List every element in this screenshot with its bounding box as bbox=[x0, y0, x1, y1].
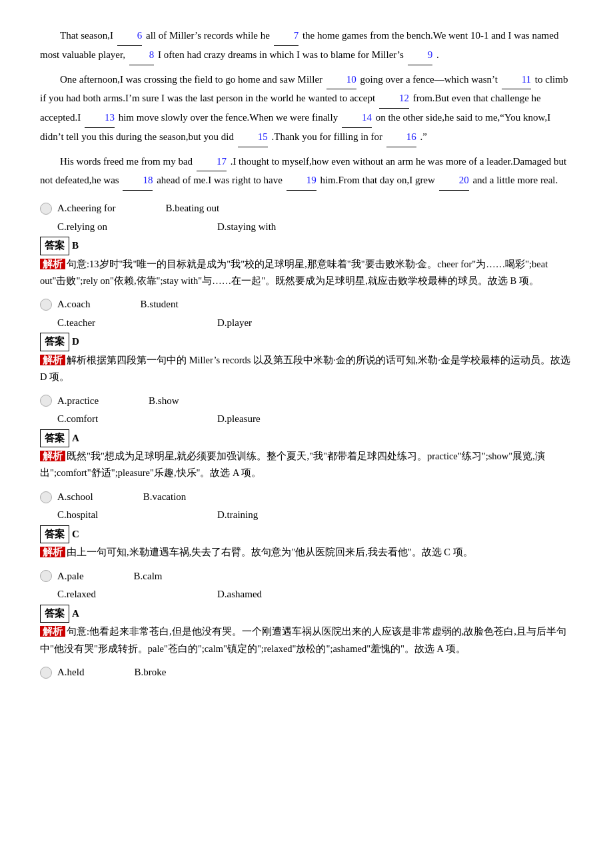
question-2-optC: C.teacher bbox=[57, 315, 177, 332]
blank-16: 16 bbox=[386, 128, 416, 147]
question-5-options: A.pale B.calm bbox=[57, 568, 162, 585]
question-6-block: A.held B.broke bbox=[40, 664, 573, 681]
question-4-block: A.school B.vacation C.hospital D.trainin… bbox=[40, 489, 573, 561]
blank-6: 6 bbox=[117, 27, 143, 46]
blank-20: 20 bbox=[439, 171, 469, 191]
passage-p3: His words freed me from my bad 17 .I tho… bbox=[40, 153, 573, 191]
blank-9: 9 bbox=[408, 46, 433, 65]
question-1-optD: D.staying with bbox=[217, 219, 337, 236]
question-5-optD: D.ashamed bbox=[217, 586, 337, 603]
question-5-block: A.pale B.calm C.relaxed D.ashamed 答案 A 解… bbox=[40, 568, 573, 657]
blank-11: 11 bbox=[502, 71, 531, 90]
answer-value-4: C bbox=[72, 526, 79, 543]
question-1-circle bbox=[40, 203, 52, 215]
passage-p1: That season,I 6 all of Miller’s records … bbox=[40, 27, 573, 65]
blank-13: 13 bbox=[85, 109, 115, 128]
question-6-options: A.held B.broke bbox=[57, 664, 166, 681]
question-2-options: A.coach B.student bbox=[57, 296, 179, 313]
answer-label-1: 答案 bbox=[40, 237, 69, 255]
answer-label-5: 答案 bbox=[40, 605, 69, 623]
blank-12: 12 bbox=[379, 89, 409, 109]
blank-10: 10 bbox=[326, 71, 356, 90]
blank-18: 18 bbox=[123, 171, 153, 191]
answer-value-1: B bbox=[72, 237, 79, 255]
answer-value-2: D bbox=[72, 333, 79, 351]
question-3-block: A.practice B.show C.comfort D.pleasure 答… bbox=[40, 393, 573, 482]
question-6-circle bbox=[40, 667, 52, 679]
question-4-options: A.school B.vacation bbox=[57, 489, 186, 506]
jiexi-2: 解析解析根据第四段第一句中的 Miller’s records 以及第五段中米勒… bbox=[40, 352, 573, 386]
question-5-circle bbox=[40, 570, 52, 582]
blank-19: 19 bbox=[287, 171, 316, 191]
question-2-block: A.coach B.student C.teacher D.player 答案 … bbox=[40, 296, 573, 385]
blank-15: 15 bbox=[238, 128, 268, 147]
answer-label-4: 答案 bbox=[40, 525, 69, 544]
blank-7: 7 bbox=[274, 27, 299, 46]
question-3-optC: C.comfort bbox=[57, 411, 177, 428]
question-2-circle bbox=[40, 299, 52, 311]
answer-value-5: A bbox=[72, 605, 79, 623]
jiexi-1: 解析句意:13岁时"我"唯一的目标就是成为"我"校的足球明星,那意味着"我"要击… bbox=[40, 256, 573, 290]
question-5-optC: C.relaxed bbox=[57, 586, 177, 603]
answer-label-3: 答案 bbox=[40, 429, 69, 448]
answer-value-3: A bbox=[72, 430, 79, 447]
question-2-optD: D.player bbox=[217, 315, 337, 332]
passage-p2: One afternoon,I was crossing the field t… bbox=[40, 71, 573, 147]
question-4-circle bbox=[40, 491, 52, 503]
blank-8: 8 bbox=[129, 46, 155, 65]
blank-17: 17 bbox=[197, 153, 227, 172]
jiexi-3: 解析既然"我"想成为足球明星,就必须要加强训练。整个夏天,"我"都带着足球四处练… bbox=[40, 448, 573, 482]
question-3-circle bbox=[40, 395, 52, 407]
question-3-optD: D.pleasure bbox=[217, 411, 337, 428]
question-1-optC: C.relying on bbox=[57, 219, 177, 236]
jiexi-4: 解析由上一句可知,米勒遭遇车祸,失去了右臂。故句意为"他从医院回来后,我去看他"… bbox=[40, 544, 573, 561]
answer-label-2: 答案 bbox=[40, 333, 69, 351]
jiexi-5: 解析句意:他看起来非常苍白,但是他没有哭。一个刚遭遇车祸从医院出来的人应该是非常… bbox=[40, 623, 573, 657]
question-4-optD: D.training bbox=[217, 507, 337, 524]
question-4-optC: C.hospital bbox=[57, 507, 177, 524]
question-3-options: A.practice B.show bbox=[57, 393, 179, 410]
question-1-block: A.cheering for B.beating out C.relying o… bbox=[40, 200, 573, 289]
blank-14: 14 bbox=[342, 109, 372, 128]
question-1-options: A.cheering for B.beating out bbox=[57, 200, 219, 217]
